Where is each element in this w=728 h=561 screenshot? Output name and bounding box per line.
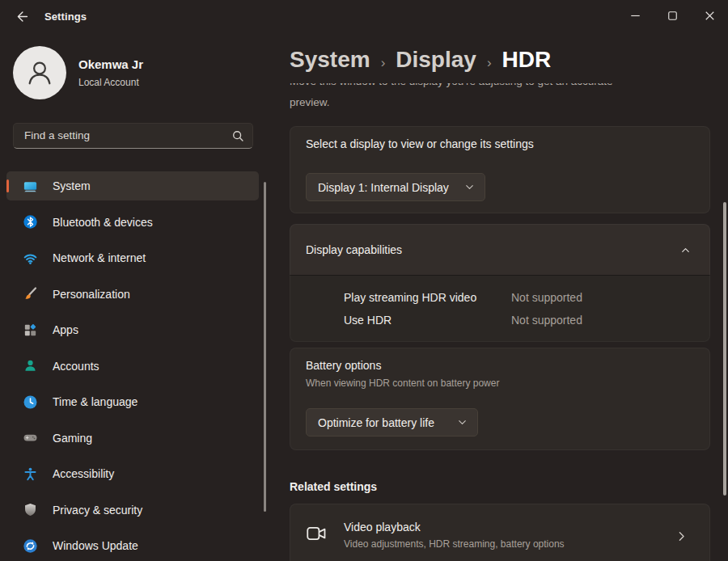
- chevron-up-icon[interactable]: [679, 244, 692, 256]
- breadcrumb-separator: ›: [381, 49, 386, 71]
- maximize-button[interactable]: [654, 0, 691, 31]
- battery-options-value: Optimize for battery life: [318, 416, 434, 429]
- gamepad-icon: [23, 430, 38, 445]
- update-arrows-icon: [23, 538, 38, 554]
- video-camera-icon: [307, 525, 327, 542]
- user-name: Okemwa Jr: [78, 57, 143, 71]
- sidebar-item-network-internet[interactable]: Network & internet: [6, 243, 259, 272]
- breadcrumb-system[interactable]: System: [290, 47, 370, 73]
- battery-options-dropdown[interactable]: Optimize for battery life: [306, 408, 478, 437]
- sidebar-item-label: Apps: [53, 323, 78, 336]
- sidebar-item-label: Windows Update: [53, 539, 138, 552]
- selected-accent-bar: [6, 179, 9, 192]
- sidebar-item-label: Personalization: [53, 288, 130, 301]
- video-playback-title: Video playback: [344, 521, 421, 534]
- window-controls: [616, 0, 728, 31]
- sidebar-item-label: Privacy & security: [53, 504, 142, 517]
- sidebar-item-label: Accessibility: [53, 467, 114, 480]
- breadcrumb-display[interactable]: Display: [396, 47, 476, 73]
- display-capabilities-body: Play streaming HDR video Not supported U…: [290, 275, 710, 342]
- battery-options-title: Battery options: [306, 359, 381, 372]
- main-scrollbar-thumb[interactable]: [723, 202, 726, 496]
- sidebar-item-time-language[interactable]: Time & language: [6, 387, 259, 416]
- select-display-label: Select a display to view or change its s…: [306, 137, 534, 150]
- minimize-button[interactable]: [616, 0, 654, 31]
- avatar[interactable]: [13, 46, 66, 99]
- sidebar-item-label: Network & internet: [53, 251, 146, 264]
- display-capabilities-card: Display capabilities Play streaming HDR …: [290, 224, 710, 342]
- close-icon: [702, 8, 717, 23]
- window-title: Settings: [44, 11, 87, 23]
- battery-options-subtitle: When viewing HDR content on battery powe…: [306, 378, 499, 389]
- search-input[interactable]: [14, 124, 252, 148]
- description-preview-line: preview.: [290, 95, 710, 110]
- back-arrow-icon: [15, 10, 29, 23]
- sidebar-item-accounts[interactable]: Accounts: [6, 352, 259, 381]
- titlebar: Settings: [0, 0, 728, 36]
- select-display-card: Select a display to view or change its s…: [290, 126, 710, 213]
- sidebar-item-privacy-security[interactable]: Privacy & security: [6, 496, 259, 525]
- capability-label: Play streaming HDR video: [344, 291, 511, 304]
- apps-grid-icon: [23, 323, 38, 338]
- shield-icon: [23, 502, 38, 517]
- sidebar-item-personalization[interactable]: Personalization: [6, 280, 259, 309]
- sidebar-item-windows-update[interactable]: Windows Update: [6, 531, 259, 560]
- sidebar-item-accessibility[interactable]: Accessibility: [6, 459, 259, 488]
- search-box[interactable]: [13, 123, 253, 149]
- sidebar-item-label: Time & language: [53, 395, 138, 408]
- display-select-value: Display 1: Internal Display: [318, 181, 449, 194]
- sidebar-item-bluetooth-devices[interactable]: Bluetooth & devices: [6, 208, 259, 237]
- display-capabilities-title: Display capabilities: [306, 243, 402, 256]
- capability-row: Use HDR Not supported: [344, 309, 709, 331]
- sidebar-item-apps[interactable]: Apps: [6, 315, 259, 344]
- person-accounts-icon: [23, 358, 38, 373]
- capability-label: Use HDR: [344, 314, 511, 327]
- capability-value: Not supported: [511, 314, 582, 327]
- clock-icon: [23, 394, 38, 410]
- sidebar-item-label: Accounts: [53, 360, 99, 373]
- hdr-description: Move this window to the display you're a…: [290, 83, 710, 110]
- display-capabilities-header[interactable]: Display capabilities: [290, 224, 710, 275]
- sidebar-scrollbar-thumb[interactable]: [264, 182, 266, 512]
- related-settings-heading: Related settings: [290, 480, 377, 493]
- search-icon: [231, 129, 245, 143]
- video-playback-subtitle: Video adjustments, HDR streaming, batter…: [344, 538, 565, 550]
- breadcrumb-hdr: HDR: [502, 47, 552, 73]
- paintbrush-icon: [23, 286, 38, 302]
- battery-options-card: Battery options When viewing HDR content…: [290, 348, 710, 450]
- person-avatar-icon: [22, 55, 57, 91]
- close-button[interactable]: [691, 0, 728, 31]
- minimize-icon: [628, 8, 643, 23]
- sidebar-item-label: System: [53, 179, 91, 192]
- sidebar-item-system[interactable]: System: [6, 171, 259, 200]
- accessibility-icon: [23, 466, 38, 482]
- chevron-down-icon: [463, 181, 476, 193]
- system-icon: [23, 179, 38, 194]
- breadcrumb: System › Display › HDR: [290, 47, 551, 73]
- sidebar-item-gaming[interactable]: Gaming: [6, 424, 259, 453]
- user-account-type: Local Account: [78, 77, 139, 88]
- back-button[interactable]: [10, 6, 34, 27]
- maximize-icon: [665, 8, 680, 23]
- clipped-text-line: Move this window to the display you're a…: [290, 83, 710, 91]
- capability-row: Play streaming HDR video Not supported: [344, 286, 709, 309]
- capability-value: Not supported: [511, 291, 582, 304]
- settings-window: Settings Okemwa Jr Local Account: [0, 0, 728, 561]
- sidebar-nav: System Bluetooth & devices Network & int…: [6, 171, 259, 561]
- wifi-icon: [23, 251, 38, 266]
- breadcrumb-separator: ›: [487, 49, 492, 71]
- video-playback-card[interactable]: Video playback Video adjustments, HDR st…: [290, 504, 710, 561]
- sidebar-item-label: Gaming: [53, 432, 92, 445]
- bluetooth-icon: [23, 214, 38, 230]
- chevron-right-icon: [675, 529, 688, 543]
- sidebar-item-label: Bluetooth & devices: [53, 216, 153, 229]
- display-select-dropdown[interactable]: Display 1: Internal Display: [306, 173, 485, 201]
- chevron-down-icon: [456, 416, 468, 428]
